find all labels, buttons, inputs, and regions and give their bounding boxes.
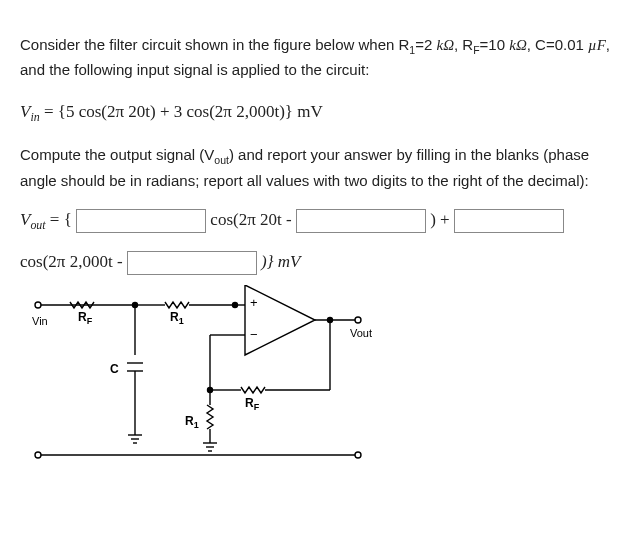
svg-point-38 — [35, 452, 41, 458]
svg-point-40 — [355, 452, 361, 458]
svg-text:R1: R1 — [170, 310, 184, 326]
answer-line-2: cos(2π 2,000t - )} mV — [20, 249, 617, 275]
svg-point-19 — [355, 317, 361, 323]
svg-text:+: + — [250, 295, 258, 310]
problem-instruction: Compute the output signal (Vout) and rep… — [20, 143, 617, 192]
svg-text:Vout: Vout — [350, 327, 372, 339]
vin-equation: Vin = {5 cos(2π 20t) + 3 cos(2π 2,000t)}… — [20, 99, 617, 127]
circuit-diagram: RF C R1 + − Vout RF — [20, 285, 380, 495]
svg-text:RF: RF — [78, 310, 93, 326]
svg-text:C: C — [110, 362, 119, 376]
phase1-input[interactable] — [296, 209, 426, 233]
phase2-input[interactable] — [127, 251, 257, 275]
answer-line-1: Vout = { cos(2π 20t - ) + — [20, 207, 617, 235]
svg-text:R1: R1 — [185, 414, 199, 430]
svg-text:−: − — [250, 327, 258, 342]
svg-point-0 — [35, 302, 41, 308]
vin-label: Vin — [32, 315, 48, 327]
svg-text:RF: RF — [245, 396, 260, 412]
amp1-input[interactable] — [76, 209, 206, 233]
amp2-input[interactable] — [454, 209, 564, 233]
problem-intro: Consider the filter circuit shown in the… — [20, 33, 617, 82]
